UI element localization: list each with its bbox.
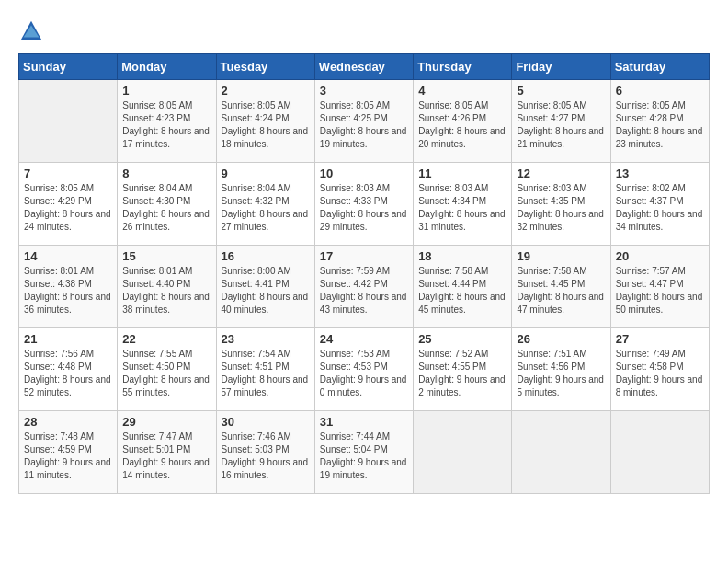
sunrise-text: Sunrise: 7:51 AM [517, 348, 605, 361]
daylight-text: Daylight: 8 hours and 23 minutes. [616, 125, 704, 151]
sunrise-text: Sunrise: 7:46 AM [222, 431, 310, 443]
sunset-text: Sunset: 4:37 PM [616, 195, 704, 208]
sunrise-text: Sunrise: 7:58 AM [418, 265, 506, 278]
day-number: 17 [320, 249, 408, 263]
calendar-cell: 12 Sunrise: 8:03 AM Sunset: 4:35 PM Dayl… [512, 163, 610, 246]
col-header-thursday: Thursday [414, 54, 512, 80]
daylight-text: Daylight: 8 hours and 26 minutes. [122, 208, 210, 234]
daylight-text: Daylight: 8 hours and 38 minutes. [122, 291, 210, 316]
day-number: 1 [122, 84, 210, 98]
sunset-text: Sunset: 4:41 PM [222, 278, 310, 291]
calendar-cell: 6 Sunrise: 8:05 AM Sunset: 4:28 PM Dayli… [610, 80, 709, 163]
sunset-text: Sunset: 4:40 PM [122, 278, 210, 291]
daylight-text: Daylight: 8 hours and 24 minutes. [24, 208, 112, 234]
day-info: Sunrise: 8:03 AM Sunset: 4:35 PM Dayligh… [517, 182, 605, 234]
sunset-text: Sunset: 4:35 PM [517, 195, 605, 208]
day-info: Sunrise: 7:59 AM Sunset: 4:42 PM Dayligh… [320, 265, 408, 316]
daylight-text: Daylight: 8 hours and 57 minutes. [222, 373, 310, 399]
day-info: Sunrise: 7:46 AM Sunset: 5:03 PM Dayligh… [222, 431, 310, 482]
sunrise-text: Sunrise: 8:05 AM [122, 99, 210, 112]
daylight-text: Daylight: 8 hours and 36 minutes. [24, 291, 112, 316]
sunset-text: Sunset: 4:59 PM [24, 443, 112, 456]
sunrise-text: Sunrise: 8:03 AM [418, 182, 506, 195]
day-info: Sunrise: 7:48 AM Sunset: 4:59 PM Dayligh… [24, 431, 112, 482]
day-number: 31 [320, 415, 408, 429]
sunrise-text: Sunrise: 8:05 AM [222, 99, 310, 112]
day-info: Sunrise: 8:05 AM Sunset: 4:26 PM Dayligh… [418, 99, 506, 151]
sunset-text: Sunset: 4:44 PM [418, 278, 506, 291]
sunset-text: Sunset: 4:27 PM [517, 112, 605, 125]
calendar-cell: 30 Sunrise: 7:46 AM Sunset: 5:03 PM Dayl… [216, 411, 314, 494]
sunrise-text: Sunrise: 8:04 AM [222, 182, 310, 195]
sunrise-text: Sunrise: 8:05 AM [418, 99, 506, 112]
day-number: 13 [616, 167, 704, 180]
sunrise-text: Sunrise: 7:49 AM [616, 348, 704, 361]
sunrise-text: Sunrise: 7:53 AM [320, 348, 408, 361]
day-number: 19 [517, 249, 605, 263]
daylight-text: Daylight: 8 hours and 43 minutes. [320, 291, 408, 316]
calendar-cell: 18 Sunrise: 7:58 AM Sunset: 4:44 PM Dayl… [414, 246, 512, 328]
daylight-text: Daylight: 8 hours and 19 minutes. [320, 125, 408, 151]
sunset-text: Sunset: 4:25 PM [320, 112, 408, 125]
sunset-text: Sunset: 4:45 PM [517, 278, 605, 291]
sunrise-text: Sunrise: 8:02 AM [616, 182, 704, 195]
sunset-text: Sunset: 4:42 PM [320, 278, 408, 291]
day-number: 6 [616, 84, 704, 98]
day-number: 25 [418, 332, 506, 346]
daylight-text: Daylight: 8 hours and 20 minutes. [418, 125, 506, 151]
sunset-text: Sunset: 4:58 PM [616, 361, 704, 373]
daylight-text: Daylight: 8 hours and 50 minutes. [616, 291, 704, 316]
day-number: 22 [122, 332, 210, 346]
sunset-text: Sunset: 4:53 PM [320, 361, 408, 373]
sunset-text: Sunset: 4:38 PM [24, 278, 112, 291]
calendar-cell: 1 Sunrise: 8:05 AM Sunset: 4:23 PM Dayli… [118, 80, 216, 163]
calendar-cell: 10 Sunrise: 8:03 AM Sunset: 4:33 PM Dayl… [314, 163, 413, 246]
calendar-cell: 29 Sunrise: 7:47 AM Sunset: 5:01 PM Dayl… [118, 411, 216, 494]
calendar-cell: 27 Sunrise: 7:49 AM Sunset: 4:58 PM Dayl… [610, 328, 709, 411]
day-number: 20 [616, 249, 704, 263]
sunset-text: Sunset: 4:51 PM [222, 361, 310, 373]
calendar-cell [512, 411, 610, 494]
calendar-cell: 9 Sunrise: 8:04 AM Sunset: 4:32 PM Dayli… [216, 163, 314, 246]
day-number: 9 [222, 167, 310, 180]
sunrise-text: Sunrise: 7:44 AM [320, 431, 408, 443]
daylight-text: Daylight: 9 hours and 16 minutes. [222, 456, 310, 482]
day-number: 14 [24, 249, 112, 263]
sunrise-text: Sunrise: 7:59 AM [320, 265, 408, 278]
day-number: 12 [517, 167, 605, 180]
sunset-text: Sunset: 4:23 PM [122, 112, 210, 125]
calendar-cell: 15 Sunrise: 8:01 AM Sunset: 4:40 PM Dayl… [118, 246, 216, 328]
sunset-text: Sunset: 4:28 PM [616, 112, 704, 125]
calendar-cell: 23 Sunrise: 7:54 AM Sunset: 4:51 PM Dayl… [216, 328, 314, 411]
day-info: Sunrise: 8:02 AM Sunset: 4:37 PM Dayligh… [616, 182, 704, 234]
sunrise-text: Sunrise: 7:52 AM [418, 348, 506, 361]
day-number: 11 [418, 167, 506, 180]
sunset-text: Sunset: 5:01 PM [122, 443, 210, 456]
daylight-text: Daylight: 8 hours and 45 minutes. [418, 291, 506, 316]
daylight-text: Daylight: 9 hours and 8 minutes. [616, 373, 704, 399]
day-number: 15 [122, 249, 210, 263]
day-number: 23 [222, 332, 310, 346]
sunrise-text: Sunrise: 7:57 AM [616, 265, 704, 278]
daylight-text: Daylight: 9 hours and 0 minutes. [320, 373, 408, 399]
sunrise-text: Sunrise: 8:01 AM [122, 265, 210, 278]
daylight-text: Daylight: 8 hours and 40 minutes. [222, 291, 310, 316]
day-info: Sunrise: 8:04 AM Sunset: 4:30 PM Dayligh… [122, 182, 210, 234]
day-number: 4 [418, 84, 506, 98]
daylight-text: Daylight: 8 hours and 27 minutes. [222, 208, 310, 234]
sunrise-text: Sunrise: 8:05 AM [616, 99, 704, 112]
col-header-friday: Friday [512, 54, 610, 80]
calendar-cell: 13 Sunrise: 8:02 AM Sunset: 4:37 PM Dayl… [610, 163, 709, 246]
day-info: Sunrise: 8:05 AM Sunset: 4:27 PM Dayligh… [517, 99, 605, 151]
daylight-text: Daylight: 9 hours and 19 minutes. [320, 456, 408, 482]
day-number: 5 [517, 84, 605, 98]
logo [18, 18, 48, 44]
sunrise-text: Sunrise: 8:00 AM [222, 265, 310, 278]
calendar-cell: 26 Sunrise: 7:51 AM Sunset: 4:56 PM Dayl… [512, 328, 610, 411]
sunrise-text: Sunrise: 7:55 AM [122, 348, 210, 361]
sunrise-text: Sunrise: 8:05 AM [517, 99, 605, 112]
sunset-text: Sunset: 4:50 PM [122, 361, 210, 373]
daylight-text: Daylight: 9 hours and 5 minutes. [517, 373, 605, 399]
day-info: Sunrise: 7:49 AM Sunset: 4:58 PM Dayligh… [616, 348, 704, 399]
day-number: 10 [320, 167, 408, 180]
